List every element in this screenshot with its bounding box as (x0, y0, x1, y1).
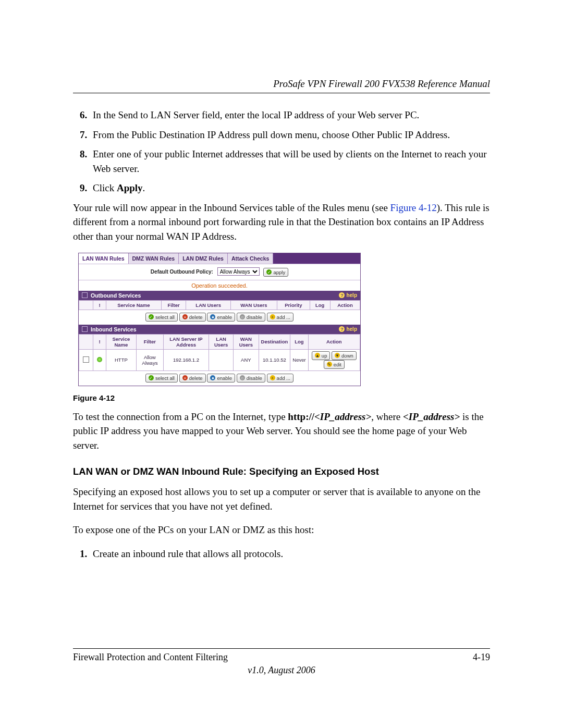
dot-icon: ● (210, 375, 215, 380)
inbound-buttons: ✓select all ×delete ●enable ○disable +ad… (79, 371, 360, 386)
para1-pre: Your rule will now appear in the Inbound… (73, 202, 390, 213)
figure-link[interactable]: Figure 4-12 (390, 202, 437, 213)
outbound-title: Outbound Services (91, 292, 141, 299)
btn-label: enable (217, 314, 232, 320)
expand-icon[interactable] (82, 292, 88, 298)
inbound-table: ! Service Name Filter LAN Server IP Addr… (79, 334, 360, 371)
expose-step-1: Create an inbound rule that allows all p… (90, 547, 490, 561)
col-service-name: Service Name (106, 300, 162, 310)
btn-label: add ... (277, 314, 290, 320)
dot-icon: ○ (240, 314, 245, 319)
delete-button[interactable]: ×delete (179, 313, 206, 322)
tab-lan-wan-rules[interactable]: LAN WAN Rules (79, 253, 129, 264)
delete-button[interactable]: ×delete (179, 374, 206, 382)
col-priority: Priority (277, 300, 310, 310)
col-service-name: Service Name (106, 334, 137, 349)
table-row[interactable]: HTTP Allow Always 192.168.1.2 ANY 10.1.1… (79, 349, 360, 371)
btn-label: disable (247, 314, 262, 320)
btn-label: delete (189, 314, 203, 320)
outbound-table: ! Service Name Filter LAN Users WAN User… (79, 300, 360, 310)
row-checkbox[interactable] (83, 356, 89, 363)
tab-bar: LAN WAN Rules DMZ WAN Rules LAN DMZ Rule… (79, 253, 360, 264)
select-all-button[interactable]: ✓select all (145, 313, 178, 322)
help-label: help (346, 326, 357, 332)
btn-label: select all (155, 375, 175, 381)
p2-mid: , where (371, 411, 403, 422)
page-footer: Firewall Protection and Content Filterin… (73, 648, 490, 676)
col-lan-users: LAN Users (209, 334, 234, 349)
btn-label: disable (247, 375, 262, 381)
policy-bar: Default Outbound Policy: Allow Always ✓a… (79, 264, 360, 280)
col-log: Log (310, 300, 330, 310)
footer-right: 4-19 (473, 652, 490, 663)
step-9-apply: Apply (117, 182, 143, 193)
figure-caption: Figure 4-12 (73, 393, 490, 402)
col-wan-users: WAN Users (230, 300, 277, 310)
select-all-button[interactable]: ✓select all (145, 374, 178, 382)
rules-screenshot: LAN WAN Rules DMZ WAN Rules LAN DMZ Rule… (78, 253, 361, 386)
disable-button[interactable]: ○disable (237, 374, 265, 382)
step-9: Click Apply. (90, 181, 490, 195)
col-log: Log (290, 334, 308, 349)
apply-button[interactable]: ✓apply (263, 268, 288, 277)
plus-icon: + (270, 375, 275, 380)
paragraph-rule-appears: Your rule will now appear in the Inbound… (73, 201, 490, 244)
p2-pre: To test the connection from a PC on the … (73, 411, 288, 422)
expose-steps: Create an inbound rule that allows all p… (73, 547, 490, 561)
step-8: Enter one of your public Internet addres… (90, 147, 490, 176)
step-6: In the Send to LAN Server field, enter t… (90, 108, 490, 122)
col-status: ! (93, 334, 106, 349)
btn-label: select all (155, 314, 175, 320)
cell-destination: 10.1.10.52 (259, 349, 290, 371)
up-icon: ▲ (315, 353, 320, 358)
tab-filler (273, 253, 360, 264)
p2-http: http:// (288, 411, 314, 422)
plus-icon: + (270, 314, 275, 319)
dot-icon: ○ (240, 375, 245, 380)
step-7: From the Public Destination IP Address p… (90, 128, 490, 142)
col-action: Action (330, 300, 360, 310)
paragraph-exposed-def: Specifying an exposed host allows you to… (73, 485, 490, 513)
enable-button[interactable]: ●enable (207, 374, 235, 382)
down-button[interactable]: ▼down (332, 351, 357, 360)
btn-label: enable (217, 375, 232, 381)
cell-lan-users (209, 349, 234, 371)
p2-ip1: <IP_address> (314, 411, 371, 422)
step-9-pre: Click (93, 182, 117, 193)
col-destination: Destination (259, 334, 290, 349)
dot-icon: ● (210, 314, 215, 319)
btn-label: down (341, 353, 353, 359)
status-enabled-icon (97, 357, 102, 362)
up-button[interactable]: ▲up (312, 351, 331, 360)
col-action: Action (308, 334, 360, 349)
help-link-outbound[interactable]: ?help (339, 292, 357, 298)
subheading-exposed-host: LAN WAN or DMZ WAN Inbound Rule: Specify… (73, 466, 490, 477)
cell-filter: Allow Always (136, 349, 163, 371)
check-icon: ✓ (266, 269, 272, 275)
help-label: help (346, 292, 357, 298)
edit-button[interactable]: ✎edit (324, 360, 345, 369)
add-button[interactable]: +add ... (267, 374, 293, 382)
expand-icon[interactable] (82, 326, 88, 332)
col-filter: Filter (161, 300, 186, 310)
tab-lan-dmz-rules[interactable]: LAN DMZ Rules (179, 253, 228, 264)
col-checkbox (79, 334, 93, 349)
tab-attack-checks[interactable]: Attack Checks (228, 253, 273, 264)
enable-button[interactable]: ●enable (207, 313, 235, 322)
cell-service: HTTP (106, 349, 137, 371)
col-lan-users: LAN Users (186, 300, 230, 310)
col-checkbox (79, 300, 93, 310)
help-icon: ? (339, 292, 345, 298)
disable-button[interactable]: ○disable (237, 313, 265, 322)
col-status: ! (93, 300, 106, 310)
tab-dmz-wan-rules[interactable]: DMZ WAN Rules (129, 253, 179, 264)
btn-label: up (322, 353, 327, 359)
help-link-inbound[interactable]: ?help (339, 326, 357, 332)
cell-wan-users: ANY (234, 349, 259, 371)
cell-action: ▲up ▼down ✎edit (308, 349, 360, 371)
step-9-post: . (143, 182, 145, 193)
policy-select[interactable]: Allow Always (217, 267, 260, 276)
col-filter: Filter (136, 334, 163, 349)
footer-center: v1.0, August 2006 (73, 665, 490, 676)
add-button[interactable]: +add ... (267, 313, 293, 322)
